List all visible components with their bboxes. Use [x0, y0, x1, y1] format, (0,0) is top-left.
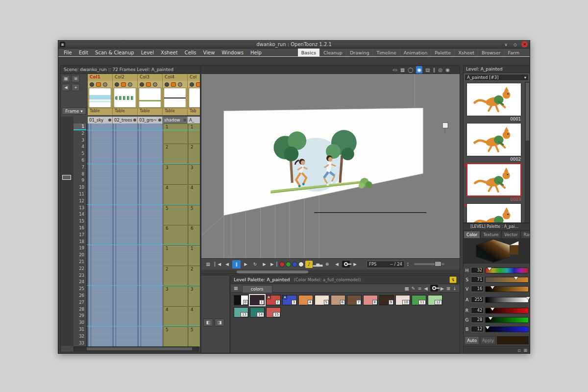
menu-item-view[interactable]: View: [200, 49, 219, 56]
color-swatch-3[interactable]: A3: [282, 295, 297, 305]
column-filter-icon[interactable]: [183, 119, 186, 122]
next-key-button[interactable]: ▶: [351, 260, 359, 269]
sound-button[interactable]: ♪: [305, 261, 313, 268]
frame-number[interactable]: 16: [74, 225, 86, 232]
color-swatch-10[interactable]: 10: [395, 295, 410, 305]
menu-item-level[interactable]: Level: [138, 49, 157, 56]
xsheet-column-header-a[interactable]: ColTab: [188, 74, 200, 115]
room-tab-cleanup[interactable]: Cleanup: [319, 49, 346, 56]
menu-item-windows[interactable]: Windows: [218, 49, 247, 56]
room-tab-timeline[interactable]: Timeline: [372, 49, 399, 56]
frame-number[interactable]: 2: [74, 130, 86, 137]
slider-handle[interactable]: [514, 277, 518, 280]
standard-view-icon[interactable]: ▭: [392, 66, 397, 74]
column-eye-icon[interactable]: [140, 82, 144, 87]
field-guide-icon[interactable]: ▦: [400, 66, 405, 74]
play-button[interactable]: ▶: [242, 260, 250, 269]
fps-spinner[interactable]: ▴▾: [407, 262, 409, 267]
prev-palette-key-icon[interactable]: ◀: [424, 286, 427, 291]
slider-handle[interactable]: [526, 297, 530, 300]
column-lock-icon[interactable]: [178, 82, 182, 87]
color-swatch-13[interactable]: 13: [234, 307, 248, 318]
page-grid-icon[interactable]: ▦: [234, 286, 238, 291]
level-frame-item[interactable]: *: [466, 203, 522, 222]
zoom-button[interactable]: ⊕: [323, 260, 331, 269]
level-frame-item[interactable]: 0001: [466, 83, 522, 122]
histogram-button[interactable]: ▂▅▃: [314, 260, 322, 269]
room-tab-xsheet[interactable]: Xsheet: [454, 49, 478, 56]
column-lock-icon[interactable]: [153, 82, 157, 87]
xsheet-column-header-03-gro[interactable]: Col3Table: [138, 74, 163, 115]
slider-handle[interactable]: [435, 261, 441, 267]
matte-channel-button[interactable]: [298, 262, 304, 267]
camera-stand-view-icon[interactable]: ▤: [425, 66, 430, 74]
frame-number[interactable]: 19: [74, 245, 86, 252]
slider-value-field[interactable]: 42: [471, 307, 484, 314]
style-grid-view-icon[interactable]: ⊞: [523, 348, 527, 353]
playback-rate-slider[interactable]: [414, 263, 444, 265]
slider-handle[interactable]: [490, 308, 494, 311]
column-camstand-icon[interactable]: [96, 82, 101, 87]
loop-button[interactable]: ↻: [251, 260, 259, 269]
xsheet-table-icon[interactable]: ▦: [62, 75, 70, 82]
frame-number[interactable]: 6: [74, 157, 86, 164]
frame-number[interactable]: 12: [74, 198, 86, 205]
style-view-mode-icon[interactable]: ▦: [405, 286, 409, 291]
room-tab-palette[interactable]: Palette: [431, 49, 454, 56]
slider-bar[interactable]: [485, 317, 529, 323]
level-frame-item[interactable]: 0002: [466, 123, 522, 162]
column-table-label[interactable]: Table: [88, 108, 112, 114]
color-swatch-7[interactable]: 7: [347, 295, 362, 305]
prev-frame-button[interactable]: ◀: [223, 260, 231, 269]
frame-number-column[interactable]: 1234567891011121314151617181920212223242…: [74, 123, 87, 347]
menu-item-cells[interactable]: Cells: [181, 49, 200, 56]
column-table-label[interactable]: Table: [113, 108, 137, 114]
level-frame-thumbnail[interactable]: [466, 163, 521, 196]
first-frame-button[interactable]: ▏◀: [214, 260, 222, 269]
room-tab-farm[interactable]: Farm: [504, 49, 523, 56]
level-frame-thumbnail[interactable]: [466, 123, 521, 156]
color-swatch-6[interactable]: 6: [331, 295, 345, 305]
locator-bar[interactable]: [237, 270, 308, 273]
frame-number[interactable]: 26: [74, 293, 86, 299]
slider-value-field[interactable]: 71: [471, 276, 484, 283]
menu-item-help[interactable]: Help: [247, 49, 265, 56]
rename-style-icon[interactable]: ✎: [412, 286, 416, 291]
color-swatch-11[interactable]: 11: [412, 295, 426, 305]
slider-bar[interactable]: [485, 326, 529, 332]
level-frame-item[interactable]: *0003: [466, 163, 522, 202]
palette-menu-icon[interactable]: ≡: [417, 286, 421, 291]
slider-handle[interactable]: [488, 268, 491, 270]
color-swatch-8[interactable]: 8: [363, 295, 378, 305]
xsheet-add-level-icon[interactable]: ⊞: [72, 75, 80, 82]
pause-button[interactable]: ∥: [232, 260, 241, 269]
green-channel-button[interactable]: [286, 262, 291, 267]
column-name-cell-shadow[interactable]: shadow: [163, 117, 188, 123]
frame-number[interactable]: 28: [74, 306, 86, 313]
next-frame-button[interactable]: ▶: [260, 260, 269, 269]
room-tab-drawing[interactable]: Drawing: [346, 49, 373, 56]
column-name-cell-01-sky[interactable]: 01_sky: [88, 117, 113, 123]
xsheet-column-header-shadow[interactable]: Col4Table: [163, 74, 188, 115]
minimize-icon[interactable]: ∨: [503, 41, 509, 48]
prev-key-button[interactable]: ◀: [333, 260, 341, 269]
frame-number[interactable]: 1: [74, 123, 86, 130]
column-camstand-icon[interactable]: [146, 82, 151, 87]
menu-item-xsheet[interactable]: Xsheet: [157, 49, 181, 56]
frame-number[interactable]: 22: [74, 266, 86, 272]
hsv-color-picker[interactable]: [464, 238, 530, 264]
frame-number[interactable]: 20: [74, 252, 86, 259]
frame-number[interactable]: 5: [74, 150, 86, 157]
frame-number[interactable]: 8: [74, 171, 86, 178]
frame-number[interactable]: 31: [74, 326, 86, 333]
frame-number[interactable]: 29: [74, 313, 86, 319]
frame-number[interactable]: 33: [74, 340, 86, 347]
cell-column[interactable]: [138, 123, 163, 347]
color-swatch-2[interactable]: A2: [266, 295, 281, 305]
slider-value-field[interactable]: 16: [471, 286, 484, 292]
column-table-label[interactable]: Table: [138, 108, 162, 114]
level-strip-scrollbar[interactable]: [525, 82, 530, 222]
color-swatch-15[interactable]: 15: [266, 307, 281, 318]
scrollbar-thumb[interactable]: [526, 83, 529, 141]
column-eye-icon[interactable]: [90, 82, 94, 87]
